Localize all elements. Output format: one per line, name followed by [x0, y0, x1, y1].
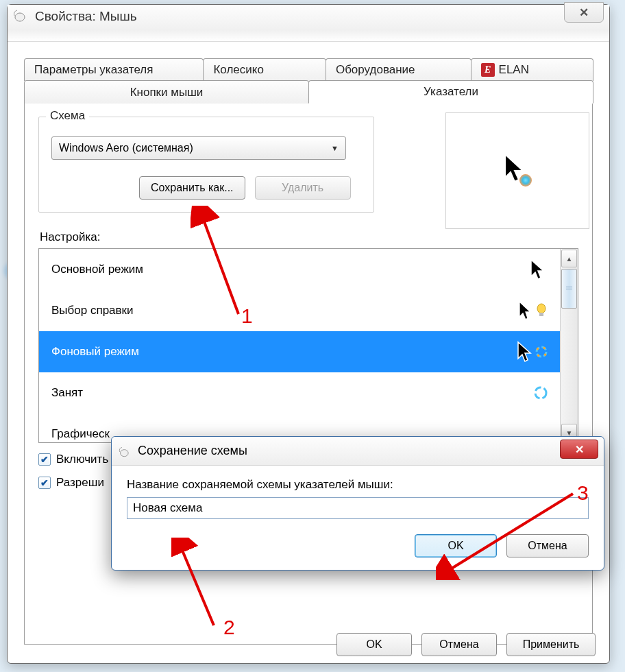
list-item[interactable]: Выбор справки: [39, 290, 560, 331]
svg-line-11: [448, 494, 573, 571]
cursor-list: Основной режим Выбор справки Фоновый реж…: [38, 248, 578, 443]
annotation-arrow-3: [436, 484, 587, 580]
svg-point-7: [535, 387, 546, 398]
title-bar: Свойства: Мышь ✕: [8, 5, 609, 42]
cursor-preview-icon: [497, 150, 538, 191]
mouse-icon: [119, 446, 132, 458]
elan-logo-icon: E: [481, 63, 495, 77]
lightbulb-icon: [535, 302, 548, 319]
delete-button[interactable]: Удалить: [255, 176, 351, 200]
annotation-arrow-2: [171, 538, 226, 634]
spinner-icon: [535, 346, 548, 358]
svg-point-6: [537, 347, 546, 357]
dialog-title: Сохранение схемы: [138, 444, 247, 458]
apply-button[interactable]: Применить: [506, 633, 596, 656]
tab-wheel[interactable]: Колесико: [203, 58, 326, 81]
list-item[interactable]: Занят: [39, 372, 560, 413]
busy-icon: [534, 386, 548, 400]
tab-pointers[interactable]: Указатели: [308, 80, 593, 104]
svg-rect-4: [539, 313, 543, 316]
tab-pointer-options[interactable]: Параметры указателя: [24, 58, 204, 81]
scheme-selected-value: Windows Aero (системная): [59, 142, 193, 154]
save-as-button[interactable]: Сохранить как...: [139, 176, 245, 200]
svg-point-2: [519, 174, 532, 187]
scrollbar[interactable]: ▲ ▼: [560, 249, 578, 442]
dialog-title-bar: Сохранение схемы ✕: [112, 437, 604, 466]
scheme-groupbox: Схема Windows Aero (системная) ▼ Сохрани…: [38, 117, 374, 213]
chevron-down-icon: ▼: [331, 144, 339, 152]
annotation-label-2: 2: [223, 616, 235, 639]
ok-button[interactable]: OK: [336, 633, 412, 656]
cancel-button[interactable]: Отмена: [421, 633, 497, 656]
tab-hardware[interactable]: Оборудование: [326, 58, 471, 81]
scroll-thumb[interactable]: [561, 269, 577, 309]
close-button[interactable]: ✕: [564, 2, 604, 23]
mouse-icon: [13, 9, 29, 23]
tab-buttons[interactable]: Кнопки мыши: [24, 80, 309, 104]
settings-label: Настройка:: [40, 230, 578, 244]
scheme-groupbox-label: Схема: [46, 109, 89, 123]
scheme-dropdown[interactable]: Windows Aero (системная) ▼: [51, 136, 346, 160]
list-item[interactable]: Основной режим: [39, 249, 560, 290]
cursor-working-icon: [516, 341, 534, 363]
tab-elan[interactable]: E ELAN: [471, 58, 593, 81]
cursor-preview-box: [445, 112, 589, 229]
svg-point-8: [121, 449, 129, 456]
scroll-up-icon[interactable]: ▲: [561, 250, 577, 267]
cursor-help-icon: [517, 300, 534, 321]
window-title: Свойства: Мышь: [35, 8, 137, 24]
annotation-label-3: 3: [577, 481, 589, 505]
svg-line-10: [181, 547, 214, 625]
annotation-label-1: 1: [241, 304, 253, 328]
dialog-close-button[interactable]: ✕: [560, 440, 598, 459]
list-item[interactable]: Фоновый режим: [39, 331, 560, 372]
svg-point-3: [537, 304, 546, 313]
checkbox-enable[interactable]: ✔: [38, 453, 51, 466]
cursor-normal-icon: [528, 259, 548, 280]
svg-line-9: [203, 218, 238, 314]
checkbox-allow[interactable]: ✔: [38, 477, 51, 489]
dialog-bottom-buttons: OK Отмена Применить: [336, 633, 596, 656]
